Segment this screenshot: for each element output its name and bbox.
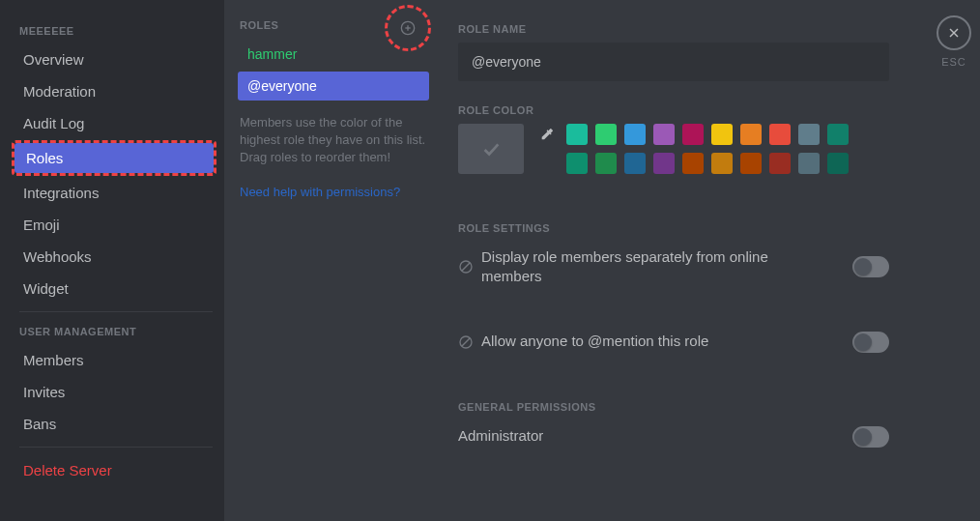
svg-line-4 bbox=[462, 263, 470, 271]
color-swatch[interactable] bbox=[653, 153, 675, 174]
permissions-help-link[interactable]: Need help with permissions? bbox=[240, 185, 427, 199]
sidebar-item-widget[interactable]: Widget bbox=[12, 274, 216, 304]
sidebar-item-members[interactable]: Members bbox=[12, 345, 216, 375]
role-edit-panel: ROLE NAME ROLE COLOR ROLE SETTINGS Displ… bbox=[439, 0, 980, 521]
color-swatch[interactable] bbox=[740, 153, 762, 174]
color-swatch[interactable] bbox=[682, 124, 704, 145]
sidebar-item-audit-log[interactable]: Audit Log bbox=[12, 108, 216, 138]
sidebar-category-server: MEEEEEE bbox=[8, 19, 224, 43]
color-swatch[interactable] bbox=[711, 153, 733, 174]
sidebar-item-overview[interactable]: Overview bbox=[12, 44, 216, 74]
sidebar-divider bbox=[19, 311, 213, 312]
role-settings-label: ROLE SETTINGS bbox=[458, 222, 961, 234]
default-color-swatch[interactable] bbox=[458, 124, 524, 174]
color-swatch[interactable] bbox=[595, 124, 617, 145]
color-swatch[interactable] bbox=[769, 124, 791, 145]
color-swatch[interactable] bbox=[682, 153, 704, 174]
perm-administrator-label: Administrator bbox=[458, 426, 543, 446]
role-name-input[interactable] bbox=[458, 43, 889, 81]
esc-label: ESC bbox=[941, 56, 966, 68]
sidebar-item-bans[interactable]: Bans bbox=[12, 409, 216, 439]
color-swatch[interactable] bbox=[798, 124, 820, 145]
setting-allow-mention: Allow anyone to @mention this role bbox=[458, 326, 889, 359]
color-swatch[interactable] bbox=[769, 153, 791, 174]
eyedropper-button[interactable] bbox=[535, 127, 559, 142]
sidebar-item-webhooks[interactable]: Webhooks bbox=[12, 242, 216, 272]
deny-icon bbox=[458, 259, 474, 275]
role-list-item-everyone[interactable]: @everyone bbox=[238, 72, 429, 101]
role-name-label: ROLE NAME bbox=[458, 23, 961, 35]
roles-list-column: ROLES hammer @everyone Members use the c… bbox=[224, 0, 439, 521]
roles-help-text: Members use the color of the highest rol… bbox=[240, 114, 427, 167]
sidebar-category-user-mgmt: USER MANAGEMENT bbox=[8, 320, 224, 343]
color-swatch[interactable] bbox=[827, 124, 849, 145]
color-swatch[interactable] bbox=[566, 153, 588, 174]
deny-icon bbox=[458, 334, 474, 350]
add-role-button[interactable] bbox=[398, 18, 418, 38]
toggle-allow-mention[interactable] bbox=[852, 332, 889, 353]
toggle-administrator[interactable] bbox=[852, 426, 889, 448]
highlight-roles: Roles bbox=[12, 140, 216, 176]
sidebar-item-emoji[interactable]: Emoji bbox=[12, 210, 216, 240]
highlight-add-role bbox=[385, 5, 431, 51]
color-swatch[interactable] bbox=[595, 153, 617, 174]
color-swatch[interactable] bbox=[798, 153, 820, 174]
check-icon bbox=[480, 138, 502, 159]
settings-sidebar: MEEEEEE Overview Moderation Audit Log Ro… bbox=[0, 0, 224, 521]
color-swatch-row-1 bbox=[535, 124, 849, 145]
sidebar-item-integrations[interactable]: Integrations bbox=[12, 178, 216, 208]
svg-line-6 bbox=[462, 338, 470, 346]
color-swatch[interactable] bbox=[740, 124, 762, 145]
role-color-label: ROLE COLOR bbox=[458, 104, 961, 116]
sidebar-item-invites[interactable]: Invites bbox=[12, 377, 216, 407]
color-swatch[interactable] bbox=[624, 124, 646, 145]
setting-allow-mention-label: Allow anyone to @mention this role bbox=[481, 332, 708, 351]
sidebar-divider-2 bbox=[19, 447, 213, 448]
perm-administrator: Administrator bbox=[458, 420, 889, 453]
close-button[interactable] bbox=[937, 15, 971, 50]
general-permissions-label: GENERAL PERMISSIONS bbox=[458, 401, 961, 413]
color-swatch[interactable] bbox=[566, 124, 588, 145]
roles-header: ROLES bbox=[240, 19, 278, 31]
setting-display-separately-label: Display role members separately from onl… bbox=[481, 247, 816, 287]
color-swatch-row-2 bbox=[535, 153, 849, 174]
toggle-display-separately[interactable] bbox=[852, 256, 889, 277]
sidebar-item-moderation[interactable]: Moderation bbox=[12, 76, 216, 106]
color-swatch[interactable] bbox=[711, 124, 733, 145]
sidebar-item-roles[interactable]: Roles bbox=[14, 143, 214, 173]
color-swatch[interactable] bbox=[624, 153, 646, 174]
eyedropper-icon bbox=[539, 127, 555, 142]
setting-display-separately: Display role members separately from onl… bbox=[458, 242, 889, 293]
delete-server-button[interactable]: Delete Server bbox=[12, 455, 216, 485]
color-swatch[interactable] bbox=[827, 153, 849, 174]
color-swatch[interactable] bbox=[653, 124, 675, 145]
close-icon bbox=[946, 25, 962, 41]
